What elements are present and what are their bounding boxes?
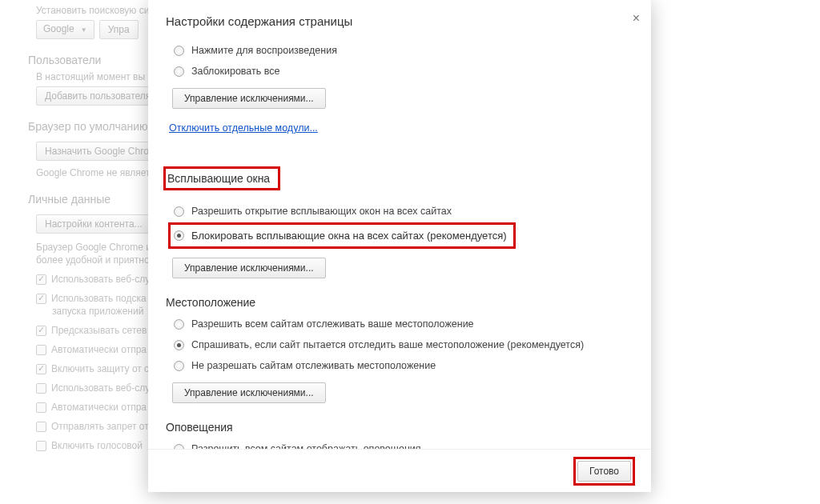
checkbox-icon[interactable] bbox=[36, 364, 46, 374]
location-opt1-label: Разрешить всем сайтам отслеживать ваше м… bbox=[191, 318, 474, 330]
radio-icon bbox=[174, 66, 184, 77]
checkbox-icon[interactable] bbox=[36, 383, 46, 394]
bg-chk-5: Включить защиту от с bbox=[51, 363, 149, 374]
bg-chk-6: Использовать веб-слу bbox=[51, 382, 150, 394]
bg-chk-1: Использовать веб-слу bbox=[51, 274, 150, 285]
modal-body[interactable]: Нажмите для воспроизведения Заблокироват… bbox=[148, 35, 651, 449]
bg-chk-7: Автоматически отпра bbox=[51, 402, 147, 413]
popups-radio-block-highlighted[interactable]: Блокировать всплывающие окна на всех сай… bbox=[171, 225, 513, 246]
radio-icon bbox=[174, 206, 184, 217]
plugins-opt1-label: Нажмите для воспроизведения bbox=[191, 45, 337, 56]
modal-header: Настройки содержания страницы × bbox=[148, 0, 651, 36]
location-radio-allow[interactable]: Разрешить всем сайтам отслеживать ваше м… bbox=[174, 318, 632, 330]
bg-chk-8: Отправлять запрет от bbox=[51, 421, 149, 432]
notifications-opt1-label: Разрешить всем сайтам отображать оповеще… bbox=[191, 443, 421, 449]
notifications-radio-allow[interactable]: Разрешить всем сайтам отображать оповеще… bbox=[174, 443, 632, 449]
radio-icon bbox=[174, 319, 184, 330]
radio-icon bbox=[174, 340, 184, 350]
plugins-manage-exceptions-button[interactable]: Управление исключениями... bbox=[172, 88, 326, 109]
location-radio-ask[interactable]: Спрашивать, если сайт пытается отследить… bbox=[174, 339, 632, 350]
set-default-browser-button[interactable]: Назначить Google Chrom bbox=[36, 142, 166, 161]
radio-icon bbox=[174, 361, 184, 371]
done-button-highlight: Готово bbox=[573, 457, 635, 486]
location-heading: Местоположение bbox=[166, 296, 632, 309]
checkbox-icon[interactable] bbox=[36, 441, 46, 451]
bg-chk-9: Включить голосовой bbox=[51, 440, 143, 451]
location-opt3-label: Не разрешать сайтам отслеживать местопол… bbox=[191, 360, 436, 371]
popups-manage-exceptions-button[interactable]: Управление исключениями... bbox=[172, 258, 326, 278]
add-user-button[interactable]: Добавить пользователя bbox=[36, 86, 159, 106]
modal-footer: Готово bbox=[148, 449, 651, 492]
location-manage-exceptions-button[interactable]: Управление исключениями... bbox=[172, 382, 326, 403]
popups-opt2-label: Блокировать всплывающие окна на всех сай… bbox=[191, 230, 507, 242]
plugins-radio-click-to-play[interactable]: Нажмите для воспроизведения bbox=[174, 45, 632, 56]
modal-title: Настройки содержания страницы bbox=[166, 14, 352, 28]
close-icon[interactable]: × bbox=[633, 11, 640, 26]
checkbox-icon[interactable] bbox=[36, 326, 46, 336]
disable-modules-link[interactable]: Отключить отдельные модули... bbox=[169, 122, 318, 134]
radio-icon bbox=[174, 230, 184, 241]
bg-chk-3: Предсказывать сетев bbox=[51, 325, 147, 336]
content-settings-modal: Настройки содержания страницы × Нажмите … bbox=[148, 0, 651, 492]
search-engine-select[interactable]: Google bbox=[36, 20, 94, 39]
plugins-radio-block-all[interactable]: Заблокировать все bbox=[174, 66, 632, 77]
plugins-opt2-label: Заблокировать все bbox=[191, 66, 279, 77]
bg-chk-2: Использовать подска bbox=[51, 293, 147, 304]
checkbox-icon[interactable] bbox=[36, 345, 46, 355]
popups-opt1-label: Разрешить открытие всплывающих окон на в… bbox=[191, 206, 452, 217]
checkbox-icon[interactable] bbox=[36, 274, 46, 285]
checkbox-icon[interactable] bbox=[36, 294, 46, 304]
bg-chk-4: Автоматически отпра bbox=[51, 344, 147, 355]
done-button[interactable]: Готово bbox=[577, 461, 631, 482]
popups-heading: Всплывающие окна bbox=[166, 169, 278, 188]
popups-radio-allow[interactable]: Разрешить открытие всплывающих окон на в… bbox=[174, 206, 632, 217]
radio-icon bbox=[174, 46, 184, 56]
checkbox-icon[interactable] bbox=[36, 402, 46, 413]
manage-search-button[interactable]: Упра bbox=[99, 20, 139, 39]
location-opt2-label: Спрашивать, если сайт пытается отследить… bbox=[191, 339, 584, 350]
content-settings-button[interactable]: Настройки контента... bbox=[36, 214, 151, 234]
checkbox-icon[interactable] bbox=[36, 422, 46, 432]
notifications-heading: Оповещения bbox=[166, 421, 632, 434]
location-radio-deny[interactable]: Не разрешать сайтам отслеживать местопол… bbox=[174, 360, 632, 371]
